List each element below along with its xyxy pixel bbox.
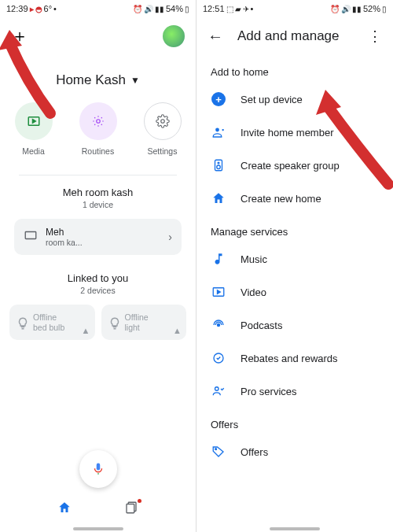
warning-icon: ▲	[82, 326, 90, 335]
alarm-icon: ⏰	[133, 5, 142, 13]
device-chip-2[interactable]: Offlinelight ▲	[101, 305, 187, 340]
add-button[interactable]: ＋	[11, 24, 28, 48]
device-chip-1[interactable]: Offlinebed bulb ▲	[9, 305, 95, 340]
item-rebates[interactable]: Rebates and rewards	[196, 342, 393, 375]
signal-icon: ▮▮	[155, 5, 164, 13]
bulb-icon	[16, 316, 28, 329]
voice-button[interactable]	[79, 450, 117, 488]
media-action[interactable]: Media	[9, 102, 59, 156]
warning-icon: ▲	[173, 326, 182, 335]
settings-icon	[144, 102, 182, 140]
linked-title: Linked to you	[0, 272, 196, 284]
status-time: 12:39	[6, 4, 28, 13]
item-invite-member[interactable]: Invite home member	[196, 116, 393, 149]
room-sub: 1 device	[0, 200, 196, 209]
svg-point-6	[215, 128, 219, 132]
room-chip-name: Meh	[46, 227, 160, 238]
signal-icon: ▮▮	[352, 5, 362, 13]
room-title: Meh room kash	[0, 187, 196, 198]
wifi-icon: 🔊	[341, 5, 351, 13]
wifi-icon: 🔊	[144, 5, 153, 13]
settings-action[interactable]: Settings	[138, 102, 188, 156]
item-video[interactable]: Video	[196, 275, 393, 308]
status-battery: 54%	[166, 4, 183, 13]
home-name: Home Kash	[56, 72, 126, 88]
routines-action[interactable]: Routines	[73, 102, 123, 156]
nav-home[interactable]	[57, 501, 72, 519]
section-manage: Manage services	[196, 215, 393, 242]
battery-icon: ▯	[185, 5, 189, 13]
home-selector[interactable]: Home Kash ▼	[0, 55, 196, 102]
status-battery: 52%	[363, 4, 380, 13]
plus-circle-icon: +	[211, 92, 226, 106]
status-bar: 12:39 ▸ ◓ 6° • ⏰ 🔊 ▮▮ 54% ▯	[0, 0, 196, 17]
svg-point-1	[96, 120, 100, 124]
status-temp: 6°	[44, 4, 53, 13]
vibrate-icon: ▰	[235, 5, 241, 13]
vibrate-icon: ⬚	[226, 5, 233, 13]
podcast-icon	[211, 317, 226, 333]
svg-rect-5	[127, 504, 134, 512]
media-icon	[15, 102, 53, 140]
room-chip-sub: room ka...	[46, 238, 160, 247]
tag-icon	[211, 444, 226, 460]
linked-sub: 2 devices	[0, 286, 196, 295]
item-create-home[interactable]: Create new home	[196, 182, 393, 215]
nav-handle	[73, 527, 123, 530]
chevron-down-icon: ▼	[130, 75, 140, 86]
nav-feed[interactable]	[124, 501, 138, 519]
music-icon	[211, 251, 226, 267]
settings-label: Settings	[148, 146, 178, 156]
alarm-icon: ⏰	[330, 5, 340, 13]
section-offers: Offers	[196, 408, 393, 435]
status-dot: •	[251, 4, 254, 13]
bulb-icon	[108, 316, 120, 329]
back-button[interactable]: ←	[208, 28, 223, 46]
room-icon	[24, 228, 38, 246]
media-label: Media	[22, 146, 45, 156]
routines-label: Routines	[82, 146, 114, 156]
svg-point-2	[160, 120, 164, 124]
status-bar: 12:51 ⬚ ▰ ✈ • ⏰ 🔊 ▮▮ 52% ▯	[196, 0, 393, 17]
home-icon	[211, 190, 226, 206]
battery-icon: ▯	[382, 5, 387, 13]
chevron-right-icon: ›	[168, 231, 172, 243]
section-add: Add to home	[196, 55, 393, 83]
svg-rect-3	[25, 232, 36, 239]
divider	[19, 175, 177, 175]
profile-avatar[interactable]	[163, 25, 185, 47]
status-time: 12:51	[203, 4, 225, 13]
item-setup-device[interactable]: + Set up device	[196, 83, 393, 116]
routines-icon	[79, 102, 117, 140]
person-add-icon	[211, 124, 226, 140]
item-speaker-group[interactable]: Create speaker group	[196, 149, 393, 182]
status-dot: •	[53, 4, 57, 13]
video-icon	[211, 284, 226, 300]
weather-icon: ◓	[35, 5, 42, 13]
room-chip[interactable]: Meh room ka... ›	[14, 219, 182, 255]
telegram-icon: ✈	[243, 5, 249, 13]
svg-point-8	[217, 165, 221, 169]
item-offers[interactable]: Offers	[196, 435, 393, 468]
badge-dot	[138, 499, 141, 503]
item-pro-services[interactable]: Pro services	[196, 375, 393, 408]
notif-icon: ▸	[30, 5, 34, 13]
speaker-icon	[211, 157, 226, 173]
pro-icon	[211, 383, 226, 399]
svg-point-13	[215, 387, 219, 391]
nav-handle	[270, 527, 320, 530]
svg-point-11	[218, 324, 220, 327]
page-title: Add and manage	[237, 28, 354, 44]
rebates-icon	[211, 350, 226, 366]
svg-point-9	[218, 162, 219, 164]
svg-point-14	[215, 449, 217, 450]
item-music[interactable]: Music	[196, 242, 393, 275]
item-podcasts[interactable]: Podcasts	[196, 308, 393, 342]
more-button[interactable]: ⋮	[368, 28, 382, 45]
